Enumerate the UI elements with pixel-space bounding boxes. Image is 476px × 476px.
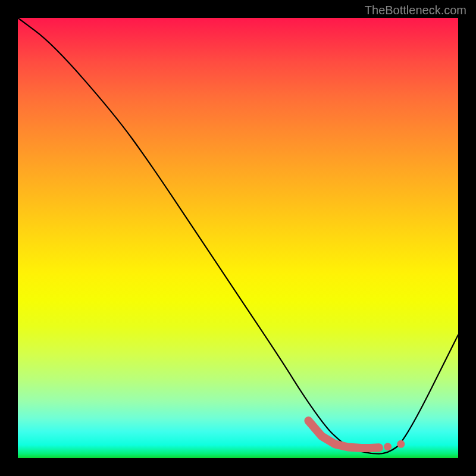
- chart-svg: [18, 18, 458, 458]
- highlight-dot: [384, 443, 392, 450]
- highlight-segment: [308, 421, 378, 448]
- watermark-text: TheBottleneck.com: [365, 4, 466, 17]
- highlight-dot: [397, 440, 405, 448]
- main-curve: [18, 18, 458, 454]
